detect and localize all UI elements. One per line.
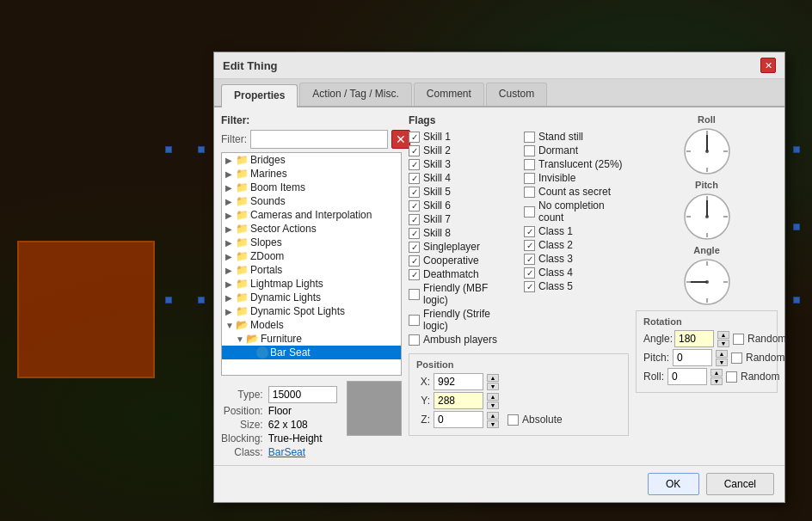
pos-x-input[interactable]: [434, 373, 483, 390]
flag-cb-skill8[interactable]: [409, 228, 420, 239]
rot-pitch-input[interactable]: [673, 349, 712, 366]
folder-icon: 📁: [236, 236, 249, 248]
tree-item-bridges[interactable]: ▶ 📁 Bridges: [222, 153, 401, 167]
tree-item-sounds[interactable]: ▶ 📁 Sounds: [222, 194, 401, 208]
tree-item-zdoom[interactable]: ▶ 📁 ZDoom: [222, 249, 401, 263]
flag-cb-class4[interactable]: [524, 267, 535, 279]
flag-stand-still: Stand still: [524, 130, 629, 144]
flag-cb-friendly-mbf[interactable]: [409, 289, 420, 300]
tree-item-bar-seat[interactable]: Bar Seat: [222, 346, 401, 359]
thing-tree[interactable]: ▶ 📁 Bridges ▶ 📁 Marines ▶ 📁 Boom Items: [221, 152, 402, 376]
flag-cb-deathmatch[interactable]: [409, 269, 420, 280]
flag-label-singleplayer: Singleplayer: [423, 241, 480, 253]
flag-cb-stand-still[interactable]: [524, 132, 535, 143]
flag-cb-translucent[interactable]: [524, 159, 535, 170]
folder-icon: 📁: [236, 168, 249, 180]
ok-button[interactable]: OK: [648, 473, 699, 495]
rot-roll-up[interactable]: ▲: [710, 369, 723, 377]
pos-z-spin[interactable]: ▲ ▼: [487, 412, 499, 428]
pos-x-spin[interactable]: ▲ ▼: [487, 374, 499, 390]
rot-angle-input[interactable]: [674, 330, 714, 347]
rot-angle-spin[interactable]: ▲ ▼: [717, 331, 729, 347]
flag-cb-no-completion[interactable]: [524, 206, 535, 218]
filter-clear-button[interactable]: ✕: [391, 130, 410, 149]
pos-y-up[interactable]: ▲: [487, 393, 499, 401]
pos-x-up[interactable]: ▲: [487, 374, 499, 382]
pos-z-input[interactable]: [434, 411, 483, 428]
flag-cb-skill7[interactable]: [409, 214, 420, 225]
flag-cb-invisible[interactable]: [524, 173, 535, 184]
tree-item-lightmap[interactable]: ▶ 📁 Lightmap Lights: [222, 277, 401, 291]
tree-item-dynamic-spot[interactable]: ▶ 📁 Dynamic Spot Lights: [222, 304, 401, 318]
flag-cb-skill3[interactable]: [409, 159, 420, 170]
rot-roll-down[interactable]: ▼: [710, 377, 723, 385]
flag-cb-class1[interactable]: [524, 226, 535, 237]
pos-z-up[interactable]: ▲: [487, 412, 499, 420]
pitch-dial[interactable]: [682, 192, 732, 242]
flag-ambush: Ambush players: [409, 333, 514, 346]
rot-pitch-up[interactable]: ▲: [716, 350, 728, 358]
filter-input[interactable]: [250, 130, 388, 149]
random-angle-checkbox[interactable]: [733, 334, 744, 345]
blocking-value: True-Height: [268, 432, 340, 444]
position-label: Position:: [221, 405, 263, 417]
flag-cb-class5[interactable]: [524, 281, 535, 292]
tree-item-dynamic-lights[interactable]: ▶ 📁 Dynamic Lights: [222, 291, 401, 304]
flag-cb-friendly-strife[interactable]: [409, 315, 420, 326]
angle-dial[interactable]: [682, 257, 732, 307]
pos-y-spin[interactable]: ▲ ▼: [487, 393, 499, 409]
flag-cb-class3[interactable]: [524, 254, 535, 265]
tab-custom[interactable]: Custom: [486, 83, 547, 106]
flag-label-class5: Class 5: [538, 280, 573, 292]
flag-cb-skill1[interactable]: [409, 132, 420, 143]
tree-item-models[interactable]: ▼ 📂 Models: [222, 318, 401, 332]
tree-item-sector-actions[interactable]: ▶ 📁 Sector Actions: [222, 222, 401, 236]
flag-label-translucent: Translucent (25%): [538, 158, 623, 170]
flag-label-class2: Class 2: [538, 239, 573, 251]
pos-y-down[interactable]: ▼: [487, 401, 499, 409]
tab-comment[interactable]: Comment: [414, 83, 484, 106]
random-pitch-label: Random: [746, 352, 784, 364]
tree-item-cameras[interactable]: ▶ 📁 Cameras and Interpolation: [222, 208, 401, 222]
flag-cb-count-secret[interactable]: [524, 187, 535, 198]
flag-cb-cooperative[interactable]: [409, 255, 420, 267]
expand-icon: ▶: [225, 183, 234, 193]
random-angle-row: Random: [733, 333, 786, 345]
flag-cb-dormant[interactable]: [524, 145, 535, 156]
roll-dial[interactable]: [682, 126, 732, 176]
cancel-button[interactable]: Cancel: [706, 473, 774, 495]
thing-section-label: Filter:: [221, 114, 402, 126]
tree-item-portals[interactable]: ▶ 📁 Portals: [222, 263, 401, 277]
type-input[interactable]: [268, 386, 337, 403]
rot-pitch-spin[interactable]: ▲ ▼: [716, 350, 728, 366]
flag-cb-singleplayer[interactable]: [409, 242, 420, 253]
flag-cb-skill2[interactable]: [409, 145, 420, 156]
rot-angle-up[interactable]: ▲: [717, 331, 729, 339]
tree-item-boom-items[interactable]: ▶ 📁 Boom Items: [222, 181, 401, 194]
absolute-checkbox[interactable]: [508, 414, 519, 426]
flag-cb-skill5[interactable]: [409, 187, 420, 198]
flag-cb-skill6[interactable]: [409, 200, 420, 211]
pos-z-down[interactable]: ▼: [487, 420, 499, 428]
class-value[interactable]: BarSeat: [268, 446, 340, 458]
flag-class1: Class 1: [524, 224, 629, 238]
rot-angle-down[interactable]: ▼: [717, 340, 729, 347]
pos-y-input[interactable]: [434, 392, 483, 409]
rot-roll-spin[interactable]: ▲ ▼: [710, 369, 723, 385]
flag-cb-skill4[interactable]: [409, 173, 420, 184]
rot-pitch-down[interactable]: ▼: [716, 359, 728, 366]
tab-action-tag[interactable]: Action / Tag / Misc.: [299, 83, 411, 106]
random-roll-checkbox[interactable]: [726, 371, 737, 383]
flag-cb-ambush[interactable]: [409, 334, 420, 346]
pos-x-down[interactable]: ▼: [487, 383, 499, 390]
tree-item-marines[interactable]: ▶ 📁 Marines: [222, 167, 401, 181]
folder-icon: 📂: [246, 333, 259, 345]
close-button[interactable]: ✕: [760, 58, 776, 73]
tree-item-slopes[interactable]: ▶ 📁 Slopes: [222, 236, 401, 249]
tree-item-furniture[interactable]: ▼ 📂 Furniture: [222, 332, 401, 346]
flag-cb-class2[interactable]: [524, 240, 535, 251]
rot-roll-input[interactable]: [667, 368, 707, 385]
random-pitch-checkbox[interactable]: [731, 352, 742, 364]
flag-invisible: Invisible: [524, 171, 629, 185]
tab-properties[interactable]: Properties: [221, 84, 298, 107]
